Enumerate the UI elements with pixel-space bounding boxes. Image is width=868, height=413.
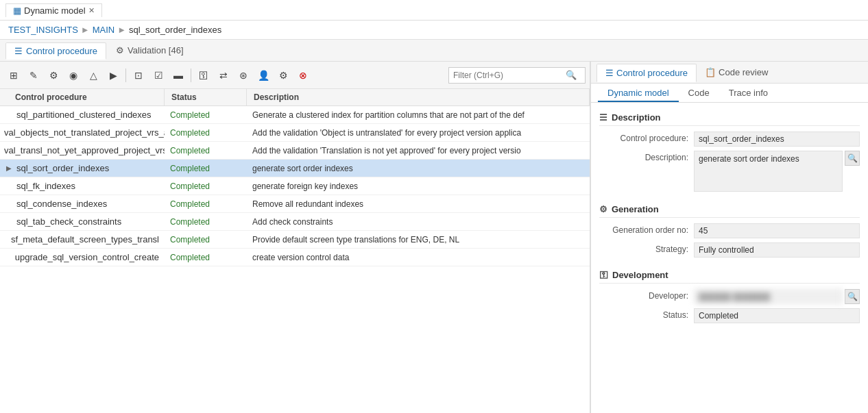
- field-description: Description: generate sort order indexes…: [599, 151, 860, 192]
- edit-button[interactable]: ✎: [24, 66, 43, 84]
- tab-validation-label: Validation [46]: [128, 45, 183, 55]
- breadcrumb-sep1: ►: [81, 25, 90, 35]
- field-desc-wrapper: generate sort order indexes 🔍: [694, 151, 860, 192]
- toolbar-separator-2: [191, 68, 191, 82]
- cell-status: Completed: [165, 142, 247, 159]
- field-developer-value: ██████ ███████: [694, 289, 843, 304]
- field-developer-wrapper: ██████ ███████ 🔍: [694, 289, 860, 304]
- cell-description: Add check constraints: [247, 213, 590, 230]
- table-row[interactable]: sql_partitioned_clustered_indexes Comple…: [0, 106, 590, 124]
- sub-tab-code[interactable]: Code: [679, 85, 719, 102]
- tab-validation[interactable]: ⚙ Validation [46]: [108, 42, 191, 58]
- generation-icon: ⚙: [599, 204, 607, 214]
- section-development-title: Development: [612, 270, 668, 280]
- dynamic-model-icon: ▦: [13, 5, 21, 16]
- tab-control-procedure[interactable]: ☰ Control procedure: [5, 42, 106, 60]
- right-tab-code-review[interactable]: 📋 Code review: [697, 64, 776, 81]
- collapse-button[interactable]: ▬: [169, 66, 188, 84]
- table-header: Control procedure Status Description: [0, 89, 590, 106]
- table-body: sql_partitioned_clustered_indexes Comple…: [0, 106, 590, 266]
- field-control-procedure: Control procedure: sql_sort_order_indexe…: [599, 132, 860, 147]
- row-arrow: ▶: [3, 164, 15, 172]
- sub-tab-ti-label: Trace info: [729, 88, 768, 98]
- preview-button[interactable]: ◉: [64, 66, 83, 84]
- right-panel: ☰ Control procedure 📋 Code review Dynami…: [591, 62, 868, 413]
- main-tab-bar: ☰ Control procedure ⚙ Validation [46]: [0, 40, 868, 62]
- field-gen-order-label: Generation order no:: [599, 223, 688, 235]
- table-row[interactable]: upgrade_sql_version_control_create Compl…: [0, 249, 590, 266]
- left-panel: ⊞ ✎ ⚙ ◉ △ ▶ ⊡ ☑ ▬ ⚿ ⇄ ⊛ 👤 ⚙ ⊗ 🔍 Contro: [0, 62, 591, 413]
- table-row[interactable]: sql_tab_check_constraints Completed Add …: [0, 213, 590, 231]
- close-circle-button[interactable]: ⊗: [293, 66, 313, 84]
- table-row[interactable]: sf_meta_default_screen_types_transl Comp…: [0, 231, 590, 249]
- breadcrumb-branch[interactable]: MAIN: [93, 25, 115, 35]
- field-status-label: Status:: [599, 308, 688, 320]
- person-button[interactable]: 👤: [254, 66, 273, 84]
- settings-button[interactable]: ⚙: [44, 66, 63, 84]
- cell-status: Completed: [165, 124, 247, 141]
- field-cp-label: Control procedure:: [599, 132, 688, 143]
- analyze-button[interactable]: △: [84, 66, 103, 84]
- cell-status: Completed: [165, 249, 247, 266]
- title-tab[interactable]: ▦ Dynamic model ✕: [5, 3, 102, 17]
- table-row[interactable]: sql_condense_indexes Completed Remove al…: [0, 195, 590, 213]
- search-icon: 🔍: [566, 70, 577, 80]
- search-input[interactable]: [453, 71, 563, 80]
- table-row[interactable]: val_transl_not_yet_approved_project_vrs_…: [0, 142, 590, 160]
- right-tab-cr-label: Code review: [719, 67, 768, 77]
- sub-tab-code-label: Code: [688, 88, 710, 98]
- field-desc-label: Description:: [599, 151, 688, 162]
- breadcrumb-project[interactable]: TEST_INSIGHTS: [8, 25, 78, 35]
- cell-description: create version control data: [247, 249, 590, 266]
- development-icon: ⚿: [599, 270, 608, 280]
- description-search-button[interactable]: 🔍: [845, 151, 860, 166]
- run-button[interactable]: ▶: [104, 66, 123, 84]
- new-window-button[interactable]: ⊞: [4, 66, 23, 84]
- main-layout: ⊞ ✎ ⚙ ◉ △ ▶ ⊡ ☑ ▬ ⚿ ⇄ ⊛ 👤 ⚙ ⊗ 🔍 Contro: [0, 62, 868, 413]
- sub-tab-dynamic-model[interactable]: Dynamic model: [598, 85, 679, 102]
- table-row[interactable]: sql_fk_indexes Completed generate foreig…: [0, 177, 590, 195]
- description-icon: ☰: [599, 112, 607, 123]
- gear2-button[interactable]: ⚙: [274, 66, 293, 84]
- cell-description: Add the validation 'Object is untranslat…: [247, 124, 590, 141]
- cell-name: sql_tab_check_constraints: [0, 213, 165, 230]
- cell-name: upgrade_sql_version_control_create: [0, 249, 165, 266]
- cell-status: Completed: [165, 177, 247, 195]
- field-status-value: Completed: [694, 308, 860, 323]
- key-button[interactable]: ⚿: [194, 66, 213, 84]
- nav-button[interactable]: ⊡: [129, 66, 148, 84]
- field-strategy-value: Fully controlled: [694, 242, 860, 258]
- right-tab-bar: ☰ Control procedure 📋 Code review: [591, 62, 868, 84]
- table-row[interactable]: val_objects_not_translated_project_vrs_a…: [0, 124, 590, 142]
- developer-search-button[interactable]: 🔍: [845, 289, 860, 304]
- title-tab-label: Dynamic model: [24, 5, 86, 16]
- cell-status: Completed: [165, 106, 247, 123]
- title-close-icon[interactable]: ✕: [88, 6, 95, 15]
- title-bar: ▦ Dynamic model ✕: [0, 0, 868, 21]
- table-row[interactable]: ▶ sql_sort_order_indexes Completed gener…: [0, 160, 590, 177]
- section-development-header: ⚿ Development: [599, 266, 860, 284]
- cell-status: Completed: [165, 231, 247, 248]
- cell-status: Completed: [165, 160, 247, 177]
- globe-button[interactable]: ⊛: [234, 66, 253, 84]
- check-button[interactable]: ☑: [149, 66, 168, 84]
- sub-tab-trace-info[interactable]: Trace info: [719, 85, 777, 102]
- cell-name: val_transl_not_yet_approved_project_vrs_…: [0, 142, 165, 159]
- field-generation-order: Generation order no: 45: [599, 223, 860, 238]
- transform-button[interactable]: ⇄: [214, 66, 233, 84]
- breadcrumb: TEST_INSIGHTS ► MAIN ► sql_sort_order_in…: [0, 21, 868, 40]
- toolbar-separator-1: [125, 68, 126, 82]
- right-tab-control-procedure[interactable]: ☰ Control procedure: [596, 64, 697, 82]
- cell-status: Completed: [165, 195, 247, 212]
- section-generation-title: Generation: [612, 204, 659, 214]
- table-area: Control procedure Status Description sql…: [0, 89, 590, 413]
- cell-name: sql_condense_indexes: [0, 195, 165, 212]
- section-generation-header: ⚙ Generation: [599, 200, 860, 218]
- cell-description: Generate a clustered index for partition…: [247, 106, 590, 123]
- field-status: Status: Completed: [599, 308, 860, 323]
- cell-description: Add the validation 'Translation is not y…: [247, 142, 590, 159]
- section-description-header: ☰ Description: [599, 108, 860, 126]
- toolbar: ⊞ ✎ ⚙ ◉ △ ▶ ⊡ ☑ ▬ ⚿ ⇄ ⊛ 👤 ⚙ ⊗ 🔍: [0, 62, 590, 89]
- cell-name: val_objects_not_translated_project_vrs_a…: [0, 124, 165, 141]
- cell-description: Provide default screen type translations…: [247, 231, 590, 248]
